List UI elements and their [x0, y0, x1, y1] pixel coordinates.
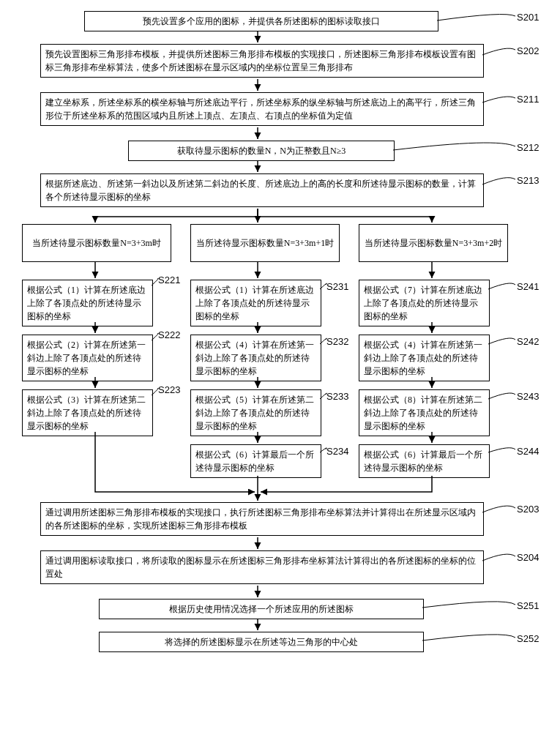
step-s221: 根据公式（1）计算在所述底边上除了各顶点处的所述待显示图标的坐标 — [22, 280, 153, 326]
label-s241: S241 — [517, 281, 539, 292]
label-s204: S204 — [517, 552, 539, 563]
label-s223: S223 — [158, 384, 180, 395]
label-s243: S243 — [517, 391, 539, 402]
label-s212: S212 — [517, 142, 539, 153]
step-s211: 建立坐标系，所述坐标系的横坐标轴与所述底边平行，所述坐标系的纵坐标轴与所述底边上… — [40, 92, 484, 126]
step-s222: 根据公式（2）计算在所述第一斜边上除了各顶点处的所述待显示图标的坐标 — [22, 335, 153, 381]
label-s232: S232 — [326, 336, 348, 347]
step-s234: 根据公式（6）计算最后一个所述待显示图标的坐标 — [190, 444, 321, 478]
label-s202: S202 — [517, 45, 539, 56]
label-s231: S231 — [326, 281, 348, 292]
label-s242: S242 — [517, 336, 539, 347]
label-s221: S221 — [158, 274, 180, 285]
branch-right-head: 当所述待显示图标数量N=3+3m+2时 — [359, 224, 508, 262]
label-s252: S252 — [517, 633, 539, 644]
label-s203: S203 — [517, 504, 539, 515]
step-s202: 预先设置图标三角形排布模板，并提供所述图标三角形排布模板的实现接口，所述图标三角… — [40, 44, 484, 78]
step-s243: 根据公式（8）计算在所述第二斜边上除了各顶点处的所述待显示图标的坐标 — [359, 389, 490, 436]
step-s213: 根据所述底边、所述第一斜边以及所述第二斜边的长度、所述底边上的高的长度和所述待显… — [40, 173, 484, 207]
step-s204: 通过调用图标读取接口，将所读取的图标显示在所述图标三角形排布坐标算法计算得出的各… — [40, 550, 484, 584]
branch-left-head: 当所述待显示图标数量N=3+3m时 — [22, 224, 171, 262]
flowchart: { "boxes": { "s201": "预先设置多个应用的图标，并提供各所述… — [0, 0, 560, 732]
branch-mid-head: 当所述待显示图标数量N=3+3m+1时 — [190, 224, 340, 262]
step-s241: 根据公式（7）计算在所述底边上除了各顶点处的所述待显示图标的坐标 — [359, 280, 490, 326]
step-s232: 根据公式（4）计算在所述第一斜边上除了各顶点处的所述待显示图标的坐标 — [190, 335, 321, 381]
step-s252: 将选择的所述图标显示在所述等边三角形的中心处 — [99, 632, 424, 652]
label-s213: S213 — [517, 175, 539, 186]
step-s244: 根据公式（6）计算最后一个所述待显示图标的坐标 — [359, 444, 490, 478]
label-s222: S222 — [158, 329, 180, 340]
step-s203: 通过调用所述图标三角形排布模板的实现接口，执行所述图标三角形排布坐标算法并计算得… — [40, 502, 484, 536]
label-s201: S201 — [517, 12, 539, 23]
step-s212: 获取待显示图标的数量N，N为正整数且N≥3 — [128, 141, 395, 161]
step-s223: 根据公式（3）计算在所述第二斜边上除了各顶点处的所述待显示图标的坐标 — [22, 389, 153, 436]
label-s233: S233 — [326, 391, 348, 402]
step-s201: 预先设置多个应用的图标，并提供各所述图标的图标读取接口 — [84, 11, 438, 31]
step-s242: 根据公式（4）计算在所述第一斜边上除了各顶点处的所述待显示图标的坐标 — [359, 335, 490, 381]
label-s234: S234 — [326, 446, 348, 457]
step-s233: 根据公式（5）计算在所述第二斜边上除了各顶点处的所述待显示图标的坐标 — [190, 389, 321, 436]
label-s211: S211 — [517, 94, 539, 105]
label-s244: S244 — [517, 446, 539, 457]
step-s251: 根据历史使用情况选择一个所述应用的所述图标 — [99, 599, 424, 619]
label-s251: S251 — [517, 600, 539, 611]
step-s231: 根据公式（1）计算在所述底边上除了各顶点处的所述待显示图标的坐标 — [190, 280, 321, 326]
